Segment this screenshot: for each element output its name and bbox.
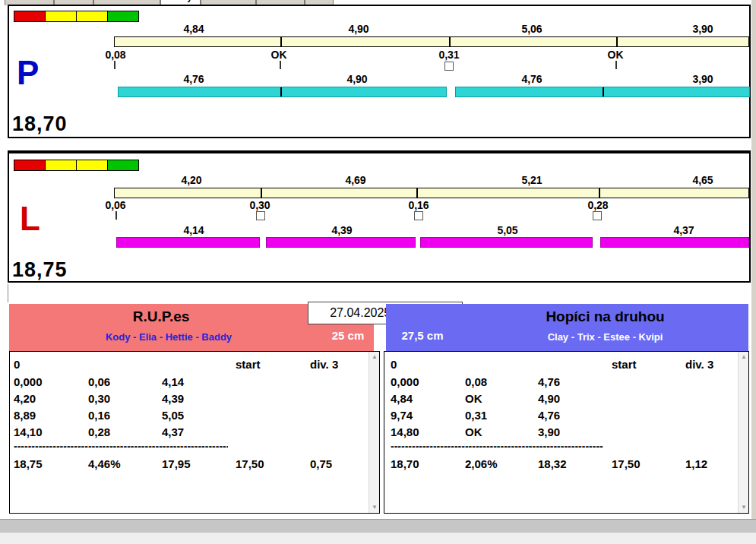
jump-height: 25 cm	[313, 329, 383, 342]
sensor-time-value: 5,21	[498, 174, 566, 186]
window-bottom-edge	[0, 533, 756, 544]
status-lights-l	[14, 160, 138, 171]
column-header-div: div. 3	[685, 358, 713, 371]
run-time-value: 5,05	[473, 224, 542, 236]
scroll-down-icon[interactable]: ▼	[739, 502, 749, 513]
total-net: 18,32	[538, 457, 567, 470]
lane-total-l: 18,75	[12, 258, 68, 282]
lane-label-l: L	[20, 202, 40, 236]
run-time-value: 4,37	[650, 224, 718, 236]
run-time-value: 4,39	[308, 224, 376, 236]
table-cell: 4,39	[162, 392, 184, 405]
changeover-tick	[615, 61, 617, 69]
lane-total-p: 18,70	[12, 112, 68, 136]
status-bar	[0, 519, 756, 533]
changeover-value: 0,30	[226, 199, 294, 211]
yellow-light-2	[76, 160, 108, 171]
yellow-light-1	[45, 160, 77, 171]
table-cell: 4,76	[538, 409, 560, 422]
scroll-up-icon[interactable]: ▲	[739, 352, 749, 362]
run-bar	[420, 237, 593, 248]
scroll-up-icon[interactable]: ▲	[369, 352, 380, 362]
sensor-time-value: 5,06	[498, 23, 566, 35]
sensor-time-value: 4,65	[669, 174, 737, 186]
changeover-value: OK	[245, 49, 313, 61]
total-div: 1,12	[685, 457, 707, 470]
app-window: Rozbeh Cidla Kombi-Graf Grafy Druzstva K…	[0, 0, 756, 544]
team-dogs: Clay - Trix - Estee - Kvipi	[462, 331, 748, 343]
table-cell: 0,16	[88, 409, 110, 422]
sensor-time-value: 4,90	[324, 23, 393, 35]
vertical-scrollbar[interactable]: ▲ ▼	[369, 352, 379, 513]
team-header-right: Hopíci na druhou Clay - Trix - Estee - K…	[386, 304, 748, 351]
sensor-time-value: 3,90	[669, 23, 737, 35]
table-cell: 0,28	[88, 425, 110, 438]
sensor-time-value: 4,69	[321, 174, 390, 186]
column-header-start: start	[236, 358, 261, 371]
run-bar	[118, 87, 447, 97]
sensor-time-value: 4,84	[160, 23, 228, 35]
lane-label-p: P	[17, 56, 39, 90]
fault-checkbox[interactable]	[414, 211, 423, 220]
table-cell: 14,10	[14, 425, 43, 438]
changeover-value: OK	[581, 49, 650, 61]
table-cell: 0,06	[88, 375, 110, 388]
table-cell: 0,30	[88, 392, 110, 405]
sensor-time-value: 4,20	[157, 174, 226, 186]
team-name: R.U.P.es	[9, 308, 313, 325]
sensor-segment-bar	[114, 188, 749, 198]
changeover-value: 0,08	[81, 49, 150, 61]
fault-checkbox[interactable]	[593, 211, 602, 220]
total-start: 17,50	[612, 457, 641, 470]
changeover-tick	[280, 61, 281, 69]
segment-divider	[416, 188, 418, 198]
changeover-value: 0,31	[415, 49, 483, 61]
run-bar-divider	[603, 87, 604, 96]
table-cell: 0	[14, 358, 20, 371]
result-table-left: 0 start div. 3 0,000 0,06 4,14 4,20 0,30…	[9, 351, 380, 514]
segment-divider	[280, 37, 282, 46]
run-time-value: 4,76	[160, 73, 228, 85]
yellow-light-1	[45, 11, 77, 22]
result-table-right: 0 start div. 3 0,000 0,08 4,76 4,84 OK 4…	[384, 351, 749, 514]
segment-divider	[261, 188, 262, 198]
table-cell: 14,80	[391, 425, 419, 438]
segment-divider	[616, 37, 618, 46]
run-bar	[455, 87, 750, 97]
table-cell: 4,76	[538, 375, 560, 388]
table-cell: 0	[391, 358, 397, 371]
green-light	[107, 11, 139, 22]
changeover-value: 0,06	[81, 199, 150, 211]
segment-divider	[449, 37, 451, 46]
table-cell: 4,84	[391, 392, 413, 405]
total-time: 18,75	[14, 457, 43, 470]
red-light	[14, 11, 46, 22]
run-bar	[266, 237, 416, 248]
changeover-tick	[115, 211, 117, 220]
table-cell: 0,31	[465, 409, 487, 422]
run-time-value: 4,14	[160, 224, 228, 236]
red-light	[14, 160, 46, 171]
run-bar-divider	[280, 87, 282, 96]
total-start: 17,50	[236, 457, 264, 470]
table-cell: 5,05	[162, 409, 184, 422]
table-cell: 3,90	[538, 425, 560, 438]
team-name: Hopíci na druhou	[462, 308, 748, 325]
totals-separator: ----------------------------------------…	[14, 440, 228, 452]
column-header-div: div. 3	[310, 358, 338, 371]
segment-divider	[599, 188, 600, 198]
fault-checkbox[interactable]	[444, 62, 454, 71]
total-percent: 4,46%	[88, 457, 121, 470]
window-gutter	[751, 0, 756, 519]
table-cell: 0,000	[14, 375, 43, 388]
vertical-scrollbar[interactable]: ▲ ▼	[738, 352, 748, 513]
changeover-value: 0,16	[384, 199, 453, 211]
sensor-segment-bar	[114, 36, 749, 47]
scroll-down-icon[interactable]: ▼	[369, 502, 380, 513]
total-net: 17,95	[162, 457, 191, 470]
run-time-value: 4,90	[323, 73, 391, 85]
status-lights-p	[14, 11, 138, 22]
total-percent: 2,06%	[465, 457, 498, 470]
table-cell: 4,20	[14, 392, 36, 405]
fault-checkbox[interactable]	[256, 211, 265, 220]
